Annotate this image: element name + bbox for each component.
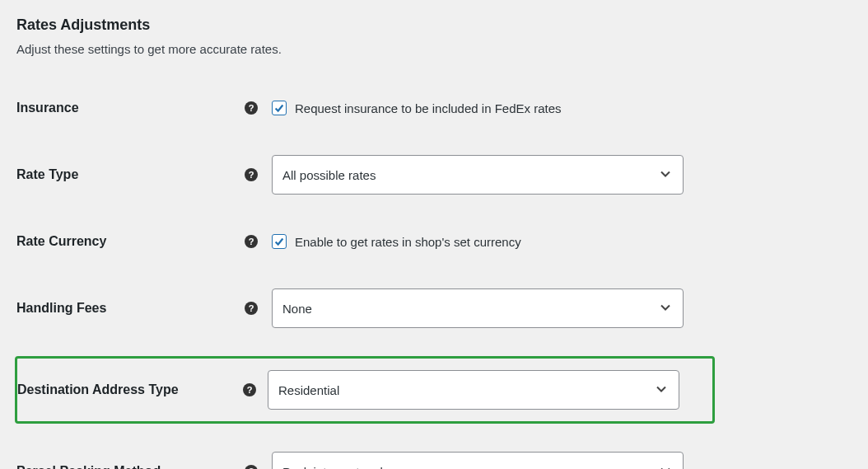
- insurance-row: Insurance ? Request insurance to be incl…: [16, 89, 852, 127]
- parcel-packing-method-label: Parcel Packing Method: [16, 464, 231, 469]
- handling-fees-row: Handling Fees ? None: [16, 277, 852, 340]
- help-icon[interactable]: ?: [245, 168, 258, 181]
- help-icon[interactable]: ?: [245, 101, 258, 115]
- help-icon[interactable]: ?: [245, 302, 258, 315]
- rate-type-row: Rate Type ? All possible rates: [16, 143, 852, 206]
- rate-currency-checkbox[interactable]: [272, 234, 287, 249]
- handling-fees-label: Handling Fees: [16, 301, 231, 316]
- parcel-packing-method-select[interactable]: Pack into custom boxes: [272, 452, 684, 469]
- rate-currency-row: Rate Currency ? Enable to get rates in s…: [16, 223, 852, 260]
- help-icon[interactable]: ?: [243, 383, 256, 396]
- parcel-packing-method-row: Parcel Packing Method ? Pack into custom…: [16, 440, 852, 469]
- destination-address-type-select[interactable]: Residential: [268, 370, 679, 410]
- destination-address-type-label: Destination Address Type: [17, 382, 231, 397]
- rate-type-select[interactable]: All possible rates: [272, 155, 684, 195]
- rate-currency-label: Rate Currency: [16, 234, 231, 249]
- help-icon[interactable]: ?: [245, 235, 258, 248]
- help-icon[interactable]: ?: [245, 465, 258, 469]
- rate-type-label: Rate Type: [16, 167, 231, 182]
- section-title: Rates Adjustments: [16, 16, 852, 34]
- section-description: Adjust these settings to get more accura…: [16, 42, 852, 56]
- rate-currency-checkbox-label: Enable to get rates in shop's set curren…: [295, 235, 521, 249]
- destination-address-type-row: Destination Address Type ? Residential: [15, 356, 715, 424]
- insurance-label: Insurance: [16, 101, 231, 115]
- handling-fees-select[interactable]: None: [272, 288, 684, 328]
- insurance-checkbox-label: Request insurance to be included in FedE…: [295, 101, 562, 115]
- insurance-checkbox[interactable]: [272, 101, 287, 115]
